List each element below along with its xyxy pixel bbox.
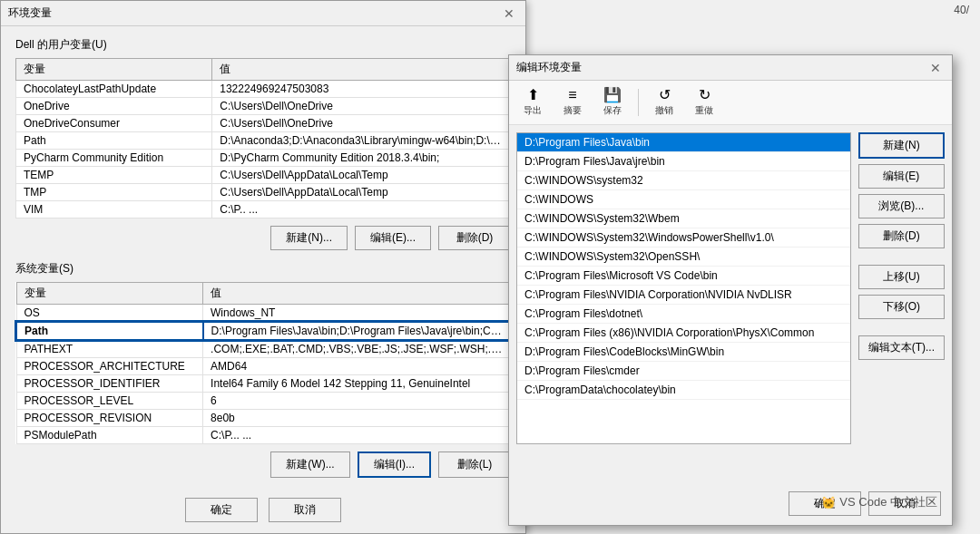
move-down-btn[interactable]: 下移(O)	[858, 295, 945, 319]
sys-var-value: D:\Program Files\Java\bin;D:\Program Fil…	[203, 322, 510, 340]
sys-var-name: PSModulePath	[16, 427, 203, 444]
path-list-item[interactable]: C:\Program Files\dotnet\	[517, 305, 850, 324]
user-var-value: C:\Users\Dell\OneDrive	[212, 115, 511, 132]
export-label: 导出	[524, 104, 542, 117]
user-var-row[interactable]: TEMPC:\Users\Dell\AppData\Local\Temp	[16, 167, 511, 184]
env-dialog-close[interactable]: ✕	[500, 5, 518, 23]
browse-btn[interactable]: 浏览(B)...	[858, 194, 945, 218]
user-var-row[interactable]: PyCharm Community EditionD:\PyCharm Comm…	[16, 150, 511, 167]
del-sys-btn[interactable]: 删除(L)	[438, 451, 511, 478]
user-col-var: 变量	[16, 59, 212, 81]
toolbar-divider-1	[638, 89, 639, 116]
edit-dialog-titlebar: 编辑环境变量 ✕	[509, 55, 952, 81]
new-user-btn[interactable]: 新建(N)...	[270, 226, 348, 250]
path-list-item[interactable]: D:\Program Files\Java\bin	[517, 133, 850, 152]
sys-var-row[interactable]: PROCESSOR_ARCHITECTUREAMD64	[16, 358, 510, 375]
delete-btn[interactable]: 删除(D)	[858, 224, 945, 248]
save-label: 保存	[603, 104, 622, 117]
env-dialog-body: Dell 的用户变量(U) 变量 值 ChocolateyLastPathUpd…	[1, 26, 525, 500]
edit-toolbar: ⬆ 导出 ≡ 摘要 💾 保存 ↺ 撤销 ↻ 重做	[509, 81, 952, 125]
path-list-container: D:\Program Files\Java\binD:\Program File…	[509, 125, 952, 451]
edit-env-dialog: 编辑环境变量 ✕ ⬆ 导出 ≡ 摘要 💾 保存 ↺ 撤销 ↻ 重做 D:\Pro…	[508, 54, 953, 526]
path-list-item[interactable]: C:\Program Files\NVIDIA Corporation\NVID…	[517, 286, 850, 305]
user-var-row[interactable]: OneDriveC:\Users\Dell\OneDrive	[16, 98, 511, 115]
user-section-title: Dell 的用户变量(U)	[15, 37, 511, 53]
toolbar-save-btn[interactable]: 💾 保存	[596, 86, 629, 119]
vscode-text: VS Code 中文社区	[839, 494, 937, 510]
vscode-watermark: 🐱 VS Code 中文社区	[821, 494, 937, 510]
toolbar-summary-btn[interactable]: ≡ 摘要	[556, 86, 589, 119]
user-var-name: VIM	[16, 201, 212, 218]
user-var-value: C:\P.. ...	[212, 201, 511, 218]
toolbar-undo-btn[interactable]: ↺ 撤销	[648, 86, 681, 119]
move-up-btn[interactable]: 上移(U)	[858, 265, 945, 289]
user-var-row[interactable]: ChocolateyLastPathUpdate1322249692475030…	[16, 81, 511, 98]
sys-var-row[interactable]: PROCESSOR_LEVEL6	[16, 393, 510, 410]
user-var-row[interactable]: TMPC:\Users\Dell\AppData\Local\Temp	[16, 184, 511, 201]
redo-label: 重做	[695, 104, 713, 117]
user-var-row[interactable]: OneDriveConsumerC:\Users\Dell\OneDrive	[16, 115, 511, 132]
path-list-item[interactable]: C:\WINDOWS\System32\Wbem	[517, 209, 850, 228]
sys-var-row[interactable]: OSWindows_NT	[16, 305, 510, 323]
user-var-row[interactable]: PathD:\Anaconda3;D:\Anaconda3\Library\mi…	[16, 132, 511, 150]
sys-var-value: 6	[203, 393, 510, 410]
path-list-item[interactable]: C:\ProgramData\chocolatey\bin	[517, 381, 850, 400]
summary-icon: ≡	[568, 88, 576, 102]
sys-var-value: .COM;.EXE;.BAT;.CMD;.VBS;.VBE;.JS;.JSE;.…	[203, 340, 510, 358]
toolbar-export-btn[interactable]: ⬆ 导出	[516, 86, 549, 119]
edit-text-btn[interactable]: 编辑文本(T)...	[858, 335, 945, 360]
side-buttons: 新建(N) 编辑(E) 浏览(B)... 删除(D) 上移(U) 下移(O) 编…	[851, 132, 945, 444]
sys-var-value: 8e0b	[203, 410, 510, 427]
path-list[interactable]: D:\Program Files\Java\binD:\Program File…	[516, 132, 851, 444]
user-btn-row: 新建(N)... 编辑(E)... 删除(D)	[15, 226, 511, 250]
sys-var-name: PROCESSOR_LEVEL	[16, 393, 203, 410]
user-var-table: 变量 值 ChocolateyLastPathUpdate13222496924…	[15, 58, 511, 218]
edit-dialog-title: 编辑环境变量	[516, 60, 582, 75]
del-user-btn[interactable]: 删除(D)	[438, 226, 511, 250]
path-list-item[interactable]: D:\Program Files\Java\jre\bin	[517, 152, 850, 171]
path-list-item[interactable]: D:\Program Files\cmder	[517, 362, 850, 381]
path-list-item[interactable]: C:\WINDOWS\system32	[517, 171, 850, 190]
edit-dialog-close[interactable]: ✕	[926, 59, 945, 77]
new-sys-btn[interactable]: 新建(W)...	[270, 451, 349, 478]
sys-var-value: AMD64	[203, 358, 510, 375]
edit-sys-btn[interactable]: 编辑(I)...	[358, 451, 431, 478]
toolbar-redo-btn[interactable]: ↻ 重做	[688, 86, 720, 119]
system-section-title: 系统变量(S)	[15, 261, 511, 277]
user-var-value: C:\Users\Dell\OneDrive	[212, 98, 511, 115]
env-cancel-btn[interactable]: 取消	[269, 498, 341, 522]
sys-var-value: Windows_NT	[203, 305, 510, 323]
edit-user-btn[interactable]: 编辑(E)...	[355, 226, 431, 250]
path-list-item[interactable]: C:\Program Files\Microsoft VS Code\bin	[517, 267, 850, 286]
vscode-logo: 🐱	[821, 496, 836, 510]
summary-label: 摘要	[564, 104, 582, 117]
env-ok-btn[interactable]: 确定	[185, 498, 258, 522]
save-icon: 💾	[603, 88, 622, 102]
path-list-item[interactable]: D:\Program Files\CodeBlocks\MinGW\bin	[517, 343, 850, 362]
sys-var-name: PROCESSOR_IDENTIFIER	[16, 375, 203, 393]
user-var-name: Path	[16, 132, 212, 150]
sys-var-row[interactable]: PROCESSOR_IDENTIFIERIntel64 Family 6 Mod…	[16, 375, 510, 393]
user-var-name: OneDrive	[16, 98, 212, 115]
sys-var-row[interactable]: PROCESSOR_REVISION8e0b	[16, 410, 510, 427]
path-list-item[interactable]: C:\WINDOWS	[517, 190, 850, 209]
new-path-btn[interactable]: 新建(N)	[858, 132, 945, 159]
sys-var-name: OS	[16, 305, 203, 323]
edit-path-btn[interactable]: 编辑(E)	[858, 164, 945, 189]
sys-var-name: PROCESSOR_REVISION	[16, 410, 203, 427]
sys-var-row[interactable]: PathD:\Program Files\Java\bin;D:\Program…	[16, 322, 510, 340]
path-list-item[interactable]: C:\Program Files (x86)\NVIDIA Corporatio…	[517, 324, 850, 343]
sys-var-value: Intel64 Family 6 Model 142 Stepping 11, …	[203, 375, 510, 393]
path-list-item[interactable]: C:\WINDOWS\System32\WindowsPowerShell\v1…	[517, 228, 850, 248]
sys-var-row[interactable]: PSModulePathC:\P... ...	[16, 427, 510, 444]
env-dialog-titlebar: 环境变量 ✕	[1, 1, 525, 26]
user-var-value: 132224969247503083	[212, 81, 511, 98]
sys-var-name: Path	[16, 322, 203, 340]
path-list-item[interactable]: C:\WINDOWS\System32\OpenSSH\	[517, 248, 850, 267]
sys-var-row[interactable]: PATHEXT.COM;.EXE;.BAT;.CMD;.VBS;.VBE;.JS…	[16, 340, 510, 358]
user-var-name: TEMP	[16, 167, 212, 184]
user-var-row[interactable]: VIMC:\P.. ...	[16, 201, 511, 218]
user-var-name: OneDriveConsumer	[16, 115, 212, 132]
env-dialog-title: 环境变量	[8, 5, 52, 21]
export-icon: ⬆	[527, 88, 539, 102]
